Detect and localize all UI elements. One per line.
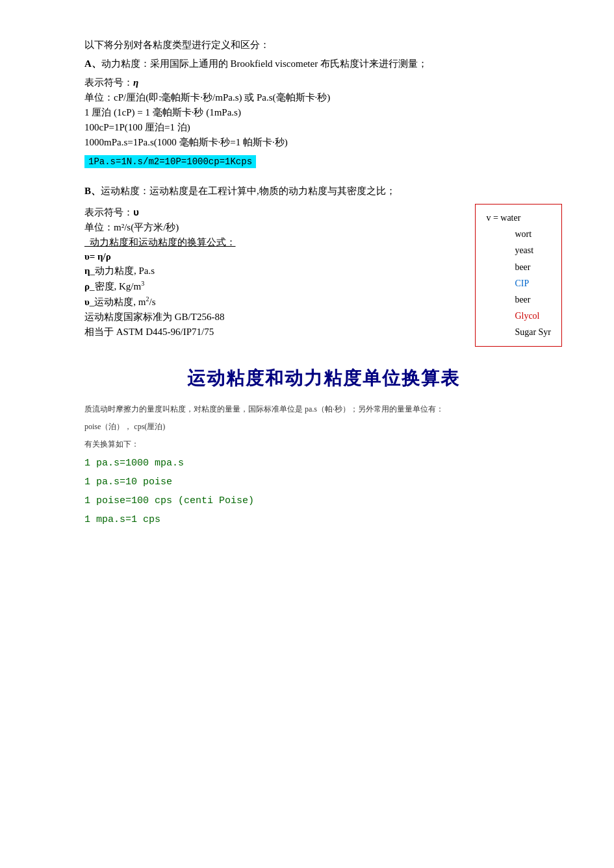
unit-label-a: 单位：: [84, 92, 114, 103]
lower-conv-intro: 有关换算如下：: [84, 439, 562, 450]
rho-symbol: ρ: [84, 281, 90, 291]
lower-formula2: 1 pa.s=10 poise: [84, 477, 562, 488]
dropdown-box[interactable]: v = water wort yeast beer CIP beer Glyco…: [475, 204, 562, 347]
section-a-title-text: 动力粘度：采用国际上通用的 Brookfield viscometer 布氏粘度…: [101, 58, 428, 69]
highlight-formula: 1Pa.s=1N.s/m2=10P=1000cp=1Kcps: [84, 155, 256, 168]
eta-desc: η_动力粘度, Pa.s: [84, 265, 462, 277]
dropdown-item-wort[interactable]: wort: [486, 226, 551, 242]
formula1: υ= η/ρ: [84, 251, 462, 262]
conv3: 1000mPa.s=1Pa.s(1000 毫帕斯卡·秒=1 帕斯卡·秒): [84, 136, 562, 149]
conv2: 100cP=1P(100 厘泊=1 泊): [84, 121, 562, 134]
upsilon-symbol: υ: [84, 297, 90, 307]
dropdown-item-sugar[interactable]: Sugar Syr: [486, 324, 551, 340]
dropdown-item-glycol[interactable]: Glycol: [486, 308, 551, 324]
section-b-symbol: 表示符号：υ: [84, 206, 462, 219]
symbol-eta: η: [133, 77, 138, 88]
eta-symbol: η: [84, 266, 90, 276]
dropdown-item-yeast[interactable]: yeast: [486, 242, 551, 258]
dropdown-item-cip[interactable]: CIP: [486, 275, 551, 291]
dropdown-label-text: v =: [486, 213, 500, 223]
section-b-left: 表示符号：υ 单位：m²/s(平方米/秒) _动力粘度和运动粘度的换算公式： υ…: [84, 204, 462, 347]
label-a: A、: [84, 58, 101, 69]
rho-desc-text: _密度, Kg/m3: [90, 281, 144, 291]
standard: 运动粘度国家标准为 GB/T256-88: [84, 311, 462, 323]
upsilon-desc: υ_运动粘度, m2/s: [84, 295, 462, 308]
eta-desc-text: _动力粘度, Pa.s: [90, 266, 155, 276]
lower-intro: 质流动时摩擦力的量度叫粘度，对粘度的量量，国际标准单位是 pa.s（帕·秒）；另…: [84, 404, 562, 415]
section-a-symbol: 表示符号：η: [84, 77, 562, 89]
lower-formula4: 1 mpa.s=1 cps: [84, 514, 562, 525]
symbol-label-a: 表示符号：: [84, 77, 133, 88]
dropdown-item-beer1[interactable]: beer: [486, 259, 551, 275]
section-a-title: A、动力粘度：采用国际上通用的 Brookfield viscometer 布氏…: [84, 58, 562, 70]
lower-formula1: 1 pa.s=1000 mpa.s: [84, 458, 562, 469]
label-b: B、: [84, 186, 101, 196]
dropdown-label: v = water: [486, 210, 551, 226]
section-b-title: B、运动粘度：运动粘度是在工程计算中,物质的动力粘度与其密度之比；: [84, 185, 562, 197]
upsilon-desc-text: _运动粘度, m2/s: [90, 297, 156, 307]
symbol-label-b: 表示符号：: [84, 207, 133, 217]
big-title: 运动粘度和动力粘度单位换算表: [84, 366, 562, 391]
unit-value-b: m²/s(平方米/秒): [114, 222, 179, 232]
symbol-upsilon: υ: [133, 208, 139, 219]
unit-label-b: 单位：: [84, 222, 114, 232]
section-b-title-text: 运动粘度：运动粘度是在工程计算中,物质的动力粘度与其密度之比；: [101, 186, 396, 196]
section-b-unit: 单位：m²/s(平方米/秒): [84, 221, 462, 234]
intro-text: 以下将分别对各粘度类型进行定义和区分：: [84, 39, 562, 51]
rho-desc: ρ_密度, Kg/m3: [84, 280, 462, 293]
dropdown-item-beer2[interactable]: beer: [486, 291, 551, 308]
dropdown-water: water: [500, 213, 520, 223]
section-a-unit: 单位：cP/厘泊(即:毫帕斯卡·秒/mPa.s) 或 Pa.s(毫帕斯卡·秒): [84, 92, 562, 104]
lower-formula3: 1 poise=100 cps (centi Poise): [84, 495, 562, 506]
lower-section: 质流动时摩擦力的量度叫粘度，对粘度的量量，国际标准单位是 pa.s（帕·秒）；另…: [84, 404, 562, 525]
lower-units: poise（泊）， cps(厘泊): [84, 421, 562, 432]
formula-intro: _动力粘度和运动粘度的换算公式：: [84, 236, 462, 249]
conv1: 1 厘泊 (1cP) = 1 毫帕斯卡·秒 (1mPa.s): [84, 106, 562, 119]
unit-value-a: cP/厘泊(即:毫帕斯卡·秒/mPa.s) 或 Pa.s(毫帕斯卡·秒): [114, 92, 330, 103]
astm: 相当于 ASTM D445-96/IP71/75: [84, 326, 462, 338]
